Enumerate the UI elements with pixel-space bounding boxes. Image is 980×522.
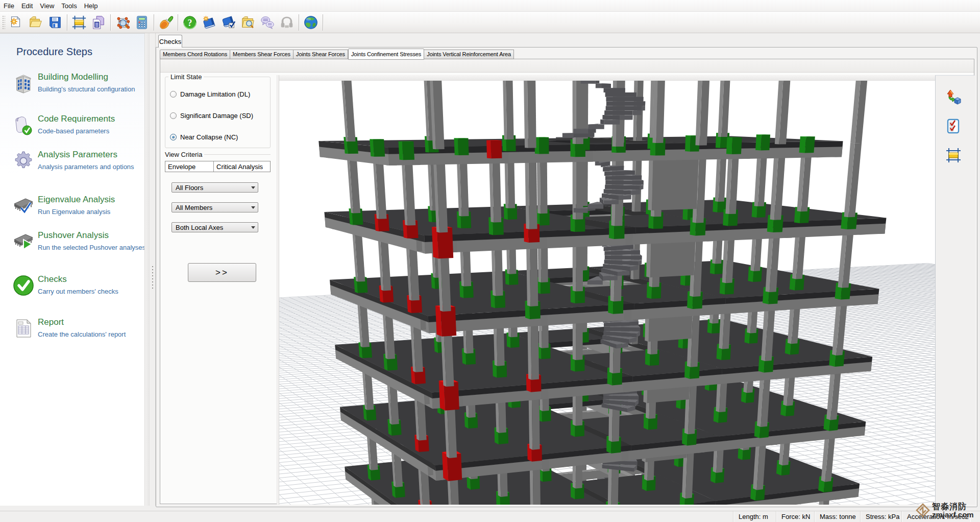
splitter-dots <box>152 266 154 289</box>
sidebar-splitter[interactable] <box>149 33 156 506</box>
manual-book-button[interactable] <box>200 13 219 32</box>
toolbar-grip[interactable] <box>2 15 5 30</box>
envelope-value: Envelope <box>168 163 195 171</box>
model-3d-viewport[interactable] <box>279 75 935 505</box>
model-3d-view-icon <box>115 15 130 30</box>
sidebar-item-analysis-parameters[interactable]: Analysis Parameters Analysis parameters … <box>10 150 151 178</box>
radio-circle <box>170 112 177 119</box>
sidebar-item-label: Analysis Parameters <box>38 150 117 160</box>
checks-list-button[interactable] <box>944 117 963 135</box>
checklist-icon <box>945 118 962 134</box>
tab-checks[interactable]: Checks <box>158 35 182 48</box>
watermark-text: 智淼消防 zmjaxf.com <box>932 503 974 520</box>
checks-page: Members Chord Rotations Members Shear Fo… <box>156 47 977 507</box>
axes-3d-icon <box>945 89 962 105</box>
radio-significant-damage[interactable]: Significant Damage (SD) <box>170 112 253 120</box>
status-cell-empty <box>0 511 733 522</box>
deformed-shape-button[interactable] <box>944 88 963 106</box>
calculator-icon <box>134 15 150 30</box>
website-globe-button[interactable] <box>301 13 321 32</box>
sidebar-item-building-modelling[interactable]: Building Modelling Building's structural… <box>10 72 151 101</box>
save-icon <box>47 15 63 30</box>
copy-report-button[interactable] <box>89 13 108 32</box>
subtab-joints-shear-forces[interactable]: Joints Shear Forces <box>293 50 348 59</box>
model-3d-view-button[interactable] <box>113 13 132 32</box>
gears-icon <box>12 150 35 172</box>
status-length-unit: Length: m <box>733 511 776 522</box>
scroll-check-icon <box>12 114 35 136</box>
status-mass-unit: Mass: tonne <box>815 511 861 522</box>
menu-edit[interactable]: Edit <box>18 1 36 11</box>
help-button[interactable]: ? <box>180 13 200 32</box>
members-value: All Members <box>176 204 212 211</box>
paintbrush-icon <box>158 15 174 30</box>
menu-view[interactable]: View <box>36 1 58 11</box>
support-disabled-icon <box>279 15 295 30</box>
limit-state-label: Limit State <box>168 73 204 81</box>
radio-label: Near Collapse (NC) <box>180 133 238 141</box>
run-checks-button[interactable]: >> <box>188 263 256 282</box>
beam-section-icon <box>945 147 962 163</box>
content-top-band <box>160 59 974 73</box>
sidebar-item-code-requirements[interactable]: Code Requirements Code-based parameters <box>10 114 151 143</box>
sidebar-item-label: Checks <box>38 274 67 284</box>
calculator-button[interactable] <box>132 13 152 32</box>
view-criteria-label: View Criteria <box>165 151 204 158</box>
subtab-joints-confinement-stresses[interactable]: Joints Confinement Stresses <box>348 49 424 60</box>
toolbar-separator <box>178 14 178 31</box>
menu-file[interactable]: File <box>0 1 18 11</box>
chevron-down-icon <box>251 186 255 189</box>
beam-section-button[interactable] <box>69 13 89 32</box>
verification-book-icon <box>221 15 236 30</box>
subtab-joints-vertical-reinforcement-area[interactable]: Joints Vertical Reinforcement Area <box>424 50 514 59</box>
floors-value: All Floors <box>176 184 203 192</box>
subtab-members-chord-rotations[interactable]: Members Chord Rotations <box>160 50 230 59</box>
sidebar-item-checks[interactable]: Checks Carry out members' checks <box>10 274 151 303</box>
floors-dropdown[interactable]: All Floors <box>172 182 258 193</box>
radio-circle-selected <box>170 134 177 140</box>
menu-tools[interactable]: Tools <box>58 1 80 11</box>
toolbar-separator <box>323 14 323 31</box>
new-project-button[interactable] <box>7 13 26 32</box>
forum-chat-button[interactable] <box>258 13 277 32</box>
copy-report-icon <box>91 15 106 30</box>
local-axes-dropdown[interactable]: Both Local Axes <box>172 222 258 232</box>
critical-analysis-dropdown[interactable]: Critical Analysis <box>214 161 270 172</box>
sidebar-item-label: Pushover Analysis <box>38 230 109 241</box>
toolbar-separator <box>67 14 67 31</box>
svg-text:?: ? <box>188 17 192 28</box>
main-area: Checks Members Chord Rotations Members S… <box>156 33 977 508</box>
watermark: 智淼消防 zmjaxf.com <box>915 503 980 520</box>
sidebar-scrollbar[interactable] <box>144 33 149 506</box>
radio-damage-limitation[interactable]: Damage Limitation (DL) <box>170 90 250 98</box>
sidebar-item-label: Code Requirements <box>38 114 115 124</box>
checks-content: Limit State Damage Limitation (DL) Signi… <box>160 59 974 504</box>
status-force-unit: Force: kN <box>776 511 815 522</box>
sidebar-item-report[interactable]: Report Create the calculations' report <box>10 317 151 346</box>
sidebar-item-sub: Building's structural configuration <box>38 85 135 93</box>
section-properties-button[interactable] <box>944 146 963 164</box>
chip-play-icon <box>12 230 35 253</box>
open-project-button[interactable] <box>26 13 45 32</box>
radio-label: Significant Damage (SD) <box>180 112 253 120</box>
save-button[interactable] <box>45 13 65 32</box>
subtab-members-shear-forces[interactable]: Members Shear Forces <box>230 50 293 59</box>
sidebar-item-eigenvalue-analysis[interactable]: Eigenvalue Analysis Run Eigenvalue analy… <box>10 195 151 223</box>
sidebar-title: Procedure Steps <box>16 46 92 58</box>
main-toolbar: ? <box>0 12 980 33</box>
options-panel: Limit State Damage Limitation (DL) Signi… <box>162 63 276 501</box>
support-button-disabled[interactable] <box>277 13 297 32</box>
toolbar-separator <box>110 14 111 31</box>
verification-book-button[interactable] <box>219 13 238 32</box>
menu-help[interactable]: Help <box>81 1 102 11</box>
sidebar-item-pushover-analysis[interactable]: Pushover Analysis Run the selected Pusho… <box>10 230 151 259</box>
manual-book-icon <box>202 15 217 30</box>
envelope-cell[interactable]: Envelope <box>165 161 214 172</box>
search-folder-button[interactable] <box>238 13 258 32</box>
members-dropdown[interactable]: All Members <box>172 202 258 212</box>
sidebar-item-sub: Code-based parameters <box>38 127 109 135</box>
watermark-cn-text: 智淼消防 <box>932 503 974 511</box>
radio-near-collapse[interactable]: Near Collapse (NC) <box>170 133 238 141</box>
paintbrush-button[interactable] <box>156 13 176 32</box>
sidebar-item-label: Eigenvalue Analysis <box>38 195 115 205</box>
